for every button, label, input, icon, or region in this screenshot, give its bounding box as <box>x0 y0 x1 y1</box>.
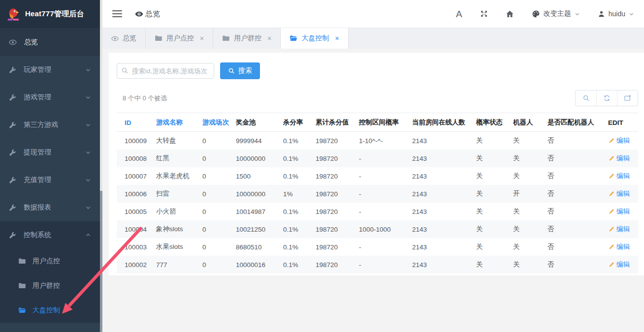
cell-control-range: 1000-1000 <box>355 220 408 238</box>
sidebar-item-overview[interactable]: 总览 <box>0 28 100 56</box>
tab-user-group-control[interactable]: 用户群控 × <box>213 28 281 49</box>
column-header-match-robot: 是否匹配机器人 <box>544 113 604 132</box>
cell-game-session: 0 <box>198 150 232 167</box>
edit-link[interactable]: 编辑 <box>616 154 630 163</box>
cell-probability-status: 关 <box>472 220 509 238</box>
close-icon[interactable]: × <box>267 34 271 42</box>
table-row[interactable]: 1000027770100000160.1%198720-2143关关否 编辑 <box>117 256 638 273</box>
sidebar-item-label: 用户群控 <box>32 281 60 290</box>
column-header-game-session[interactable]: 游戏场次 <box>198 113 232 132</box>
sidebar-item-label: 充值管理 <box>24 176 51 184</box>
sidebar-item-dashboard-control[interactable]: 大盘控制 <box>0 298 100 323</box>
cell-kill-rate: 0.1% <box>279 132 312 150</box>
cell-game-name: 扫雷 <box>152 185 198 203</box>
cell-cumulative-kill: 198720 <box>312 256 355 273</box>
cell-id: 100008 <box>117 150 152 167</box>
table-row[interactable]: 100007水果老虎机015000.1%198720-2143关关否 编辑 <box>117 167 638 185</box>
cell-game-name: 红黑 <box>152 150 198 167</box>
hamburger-menu-icon[interactable] <box>112 10 122 17</box>
edit-link[interactable]: 编辑 <box>616 260 630 269</box>
cell-game-session: 0 <box>198 203 232 220</box>
sidebar-item-label: 玩家管理 <box>24 65 51 74</box>
cell-game-session: 0 <box>198 238 232 256</box>
edit-link[interactable]: 编辑 <box>616 207 630 216</box>
cell-prize-pool: 1500 <box>232 167 279 185</box>
close-icon[interactable]: × <box>335 34 339 42</box>
chevron-down-icon <box>575 11 580 17</box>
home-icon[interactable] <box>506 10 514 18</box>
sidebar-item-recharge-mgmt[interactable]: 充值管理 <box>0 166 100 194</box>
card-view-button[interactable] <box>617 91 638 106</box>
column-header-kill-rate: 杀分率 <box>279 113 312 132</box>
main-area: 总览 A 改变主题 huidu <box>102 0 644 332</box>
table-row[interactable]: 100006扫雷0100000001%198720-2143关开否 编辑 <box>117 185 638 203</box>
pencil-icon <box>608 191 614 197</box>
cell-kill-rate: 0.1% <box>279 238 312 256</box>
user-menu[interactable]: huidu <box>598 10 634 18</box>
table-row[interactable]: 100009大转盘099999440.1%1987201-10^-^-2143关… <box>117 132 638 150</box>
user-icon <box>598 10 605 18</box>
cell-online-count: 2143 <box>408 150 472 167</box>
search-input[interactable] <box>117 63 214 79</box>
refresh-button[interactable] <box>596 91 617 106</box>
cell-probability-status: 关 <box>472 203 509 220</box>
wrench-icon <box>9 204 16 211</box>
close-icon[interactable]: × <box>200 34 204 42</box>
column-header-id[interactable]: ID <box>117 113 152 132</box>
tab-dashboard-control[interactable]: 大盘控制 × <box>281 28 348 49</box>
column-header-cumulative-kill: 累计杀分值 <box>312 113 355 132</box>
cell-control-range: - <box>355 203 408 220</box>
cell-cumulative-kill: 198720 <box>312 132 355 150</box>
folder-icon <box>222 35 230 42</box>
cell-game-session: 0 <box>198 167 232 185</box>
tab-overview[interactable]: 总览 <box>102 28 146 49</box>
tab-user-point-control[interactable]: 用户点控 × <box>146 28 213 49</box>
theme-menu[interactable]: 改变主题 <box>532 9 580 18</box>
sidebar-item-control-system[interactable]: 控制系统 <box>0 221 100 249</box>
edit-link[interactable]: 编辑 <box>616 136 630 145</box>
wrench-icon <box>9 149 16 156</box>
font-size-button[interactable]: A <box>456 9 462 19</box>
sidebar-item-user-group-control[interactable]: 用户群控 <box>0 273 100 298</box>
cell-kill-rate: 0.1% <box>279 167 312 185</box>
sidebar-item-data-reports[interactable]: 数据报表 <box>0 194 100 221</box>
sidebar-item-user-point-control[interactable]: 用户点控 <box>0 249 100 273</box>
cell-robot: 关 <box>509 150 544 167</box>
cell-prize-pool: 9999944 <box>232 132 279 150</box>
table-search-button[interactable] <box>576 91 596 106</box>
table-row[interactable]: 100008红黑0100000000.1%198720-2143关关否 编辑 <box>117 150 638 167</box>
cell-prize-pool: 10000000 <box>232 150 279 167</box>
edit-link[interactable]: 编辑 <box>616 172 630 181</box>
fullscreen-icon[interactable] <box>480 10 488 18</box>
cell-control-range: - <box>355 238 408 256</box>
cell-online-count: 2143 <box>408 185 472 203</box>
cell-prize-pool: 10014987 <box>232 203 279 220</box>
sidebar-item-game-mgmt[interactable]: 游戏管理 <box>0 84 100 111</box>
table-row[interactable]: 100005小火箭0100149870.1%198720-2143关关否 编辑 <box>117 203 638 220</box>
table-row[interactable]: 100004象神slots0100212500.1%1987201000-100… <box>117 220 638 238</box>
cell-game-session: 0 <box>198 185 232 203</box>
pencil-icon <box>608 226 614 233</box>
column-header-probability-status: 概率状态 <box>472 113 509 132</box>
edit-link[interactable]: 编辑 <box>616 225 630 234</box>
cell-game-name: 小火箭 <box>152 203 198 220</box>
column-header-edit: EDIT <box>604 113 638 132</box>
column-header-game-name[interactable]: 游戏名称 <box>152 113 198 132</box>
edit-link[interactable]: 编辑 <box>616 242 630 251</box>
search-button[interactable]: 搜索 <box>220 62 260 79</box>
pencil-icon <box>608 244 614 250</box>
sidebar-item-player-mgmt[interactable]: 玩家管理 <box>0 56 100 84</box>
cell-match-robot: 否 <box>544 256 604 273</box>
cell-control-range: - <box>355 185 408 203</box>
sidebar-item-withdraw-mgmt[interactable]: 提现管理 <box>0 139 100 166</box>
cell-online-count: 2143 <box>408 256 472 273</box>
sidebar-item-third-party-games[interactable]: 第三方游戏 <box>0 111 100 139</box>
table-row[interactable]: 100003水果slots086805100.1%198720-2143关关否 … <box>117 238 638 256</box>
folder-icon <box>18 282 26 289</box>
cell-kill-rate: 0.1% <box>279 220 312 238</box>
edit-link[interactable]: 编辑 <box>616 189 630 198</box>
sidebar-header: Heat777管理后台 <box>0 0 100 28</box>
tab-label: 大盘控制 <box>301 34 329 43</box>
chevron-down-icon <box>85 67 91 73</box>
cell-game-session: 0 <box>198 220 232 238</box>
